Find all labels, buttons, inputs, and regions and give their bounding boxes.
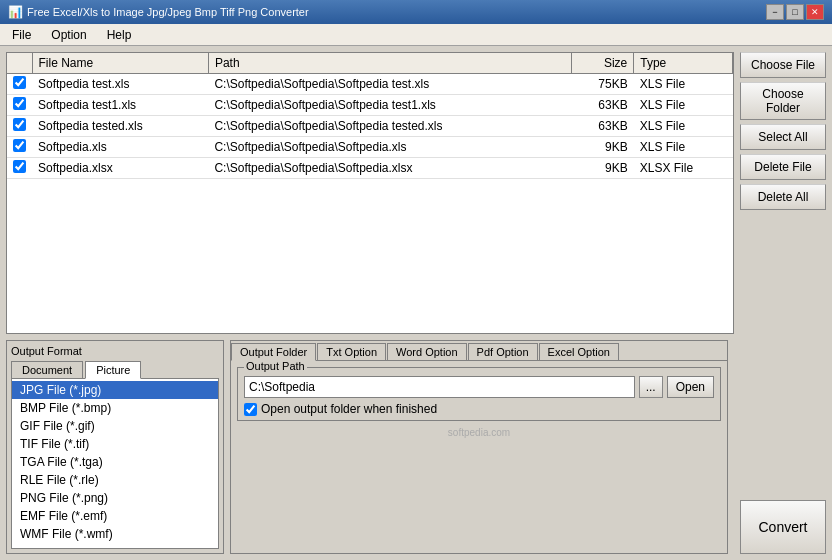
format-item[interactable]: GIF File (*.gif) bbox=[12, 417, 218, 435]
row-checkbox-3[interactable] bbox=[13, 139, 26, 152]
format-item[interactable]: RLE File (*.rle) bbox=[12, 471, 218, 489]
output-format-label: Output Format bbox=[11, 345, 219, 357]
menu-item-help[interactable]: Help bbox=[99, 26, 140, 44]
select-all-button[interactable]: Select All bbox=[740, 124, 826, 150]
delete-all-button[interactable]: Delete All bbox=[740, 184, 826, 210]
cell-path: C:\Softpedia\Softpedia\Softpedia.xlsx bbox=[208, 158, 571, 179]
output-path-group: Output Path ... Open Open output folder … bbox=[237, 367, 721, 421]
options-tab-excel-option[interactable]: Excel Option bbox=[539, 343, 619, 360]
cell-filename: Softpedia.xls bbox=[32, 137, 208, 158]
output-path-input[interactable] bbox=[244, 376, 635, 398]
open-folder-label: Open output folder when finished bbox=[261, 402, 437, 416]
menu-item-option[interactable]: Option bbox=[43, 26, 94, 44]
watermark: softpedia.com bbox=[237, 427, 721, 438]
options-tab-word-option[interactable]: Word Option bbox=[387, 343, 467, 360]
menu-item-file[interactable]: File bbox=[4, 26, 39, 44]
output-path-label: Output Path bbox=[244, 360, 307, 372]
col-filename: File Name bbox=[32, 53, 208, 74]
col-path: Path bbox=[208, 53, 571, 74]
app-icon: 📊 bbox=[8, 5, 23, 19]
options-tab-txt-option[interactable]: Txt Option bbox=[317, 343, 386, 360]
file-table-container: File Name Path Size Type Softpedia test.… bbox=[6, 52, 734, 334]
format-item[interactable]: JPG File (*.jpg) bbox=[12, 381, 218, 399]
options-panel: Output FolderTxt OptionWord OptionPdf Op… bbox=[230, 340, 728, 554]
cell-filename: Softpedia test.xls bbox=[32, 74, 208, 95]
row-checkbox-1[interactable] bbox=[13, 97, 26, 110]
format-tabs: Document Picture bbox=[11, 361, 219, 379]
table-scroll[interactable]: File Name Path Size Type Softpedia test.… bbox=[7, 53, 733, 333]
choose-file-button[interactable]: Choose File bbox=[740, 52, 826, 78]
format-item[interactable]: TIF File (*.tif) bbox=[12, 435, 218, 453]
open-folder-checkbox[interactable] bbox=[244, 403, 257, 416]
right-buttons-panel: Choose File Choose Folder Select All Del… bbox=[740, 52, 826, 334]
table-row: Softpedia test1.xls C:\Softpedia\Softped… bbox=[7, 95, 733, 116]
row-checkbox-2[interactable] bbox=[13, 118, 26, 131]
choose-folder-button[interactable]: Choose Folder bbox=[740, 82, 826, 120]
cell-size: 75KB bbox=[571, 74, 633, 95]
window-controls: − □ ✕ bbox=[766, 4, 824, 20]
col-check bbox=[7, 53, 32, 74]
format-item[interactable]: EMF File (*.emf) bbox=[12, 507, 218, 525]
convert-button[interactable]: Convert bbox=[740, 500, 826, 554]
row-checkbox-0[interactable] bbox=[13, 76, 26, 89]
tab-picture[interactable]: Picture bbox=[85, 361, 141, 379]
cell-type: XLS File bbox=[634, 74, 733, 95]
cell-size: 63KB bbox=[571, 116, 633, 137]
cell-type: XLS File bbox=[634, 116, 733, 137]
cell-path: C:\Softpedia\Softpedia\Softpedia tested.… bbox=[208, 116, 571, 137]
col-size: Size bbox=[571, 53, 633, 74]
maximize-button[interactable]: □ bbox=[786, 4, 804, 20]
cell-filename: Softpedia tested.xls bbox=[32, 116, 208, 137]
table-row: Softpedia tested.xls C:\Softpedia\Softpe… bbox=[7, 116, 733, 137]
table-row: Softpedia.xls C:\Softpedia\Softpedia\Sof… bbox=[7, 137, 733, 158]
cell-size: 9KB bbox=[571, 137, 633, 158]
format-item[interactable]: TGA File (*.tga) bbox=[12, 453, 218, 471]
cell-filename: Softpedia test1.xls bbox=[32, 95, 208, 116]
table-row: Softpedia.xlsx C:\Softpedia\Softpedia\So… bbox=[7, 158, 733, 179]
cell-path: C:\Softpedia\Softpedia\Softpedia test.xl… bbox=[208, 74, 571, 95]
row-checkbox-4[interactable] bbox=[13, 160, 26, 173]
options-tabs-row: Output FolderTxt OptionWord OptionPdf Op… bbox=[231, 341, 727, 361]
menu-bar: FileOptionHelp bbox=[0, 24, 832, 46]
delete-file-button[interactable]: Delete File bbox=[740, 154, 826, 180]
format-item[interactable]: PNG File (*.png) bbox=[12, 489, 218, 507]
format-item[interactable]: WMF File (*.wmf) bbox=[12, 525, 218, 543]
cell-path: C:\Softpedia\Softpedia\Softpedia test1.x… bbox=[208, 95, 571, 116]
cell-path: C:\Softpedia\Softpedia\Softpedia.xls bbox=[208, 137, 571, 158]
format-item[interactable]: BMP File (*.bmp) bbox=[12, 399, 218, 417]
table-row: Softpedia test.xls C:\Softpedia\Softpedi… bbox=[7, 74, 733, 95]
output-format-panel: Output Format Document Picture JPG File … bbox=[6, 340, 224, 554]
window-title: Free Excel/Xls to Image Jpg/Jpeg Bmp Tif… bbox=[27, 6, 309, 18]
browse-button[interactable]: ... bbox=[639, 376, 663, 398]
file-table: File Name Path Size Type Softpedia test.… bbox=[7, 53, 733, 179]
options-content: Output Path ... Open Open output folder … bbox=[231, 361, 727, 553]
open-button[interactable]: Open bbox=[667, 376, 714, 398]
cell-type: XLSX File bbox=[634, 158, 733, 179]
format-list[interactable]: JPG File (*.jpg)BMP File (*.bmp)GIF File… bbox=[11, 379, 219, 549]
tab-document[interactable]: Document bbox=[11, 361, 83, 378]
convert-section: Convert bbox=[740, 340, 826, 554]
options-tab-output-folder[interactable]: Output Folder bbox=[231, 343, 316, 361]
cell-size: 63KB bbox=[571, 95, 633, 116]
minimize-button[interactable]: − bbox=[766, 4, 784, 20]
cell-type: XLS File bbox=[634, 95, 733, 116]
col-type: Type bbox=[634, 53, 733, 74]
title-bar: 📊 Free Excel/Xls to Image Jpg/Jpeg Bmp T… bbox=[0, 0, 832, 24]
cell-size: 9KB bbox=[571, 158, 633, 179]
cell-filename: Softpedia.xlsx bbox=[32, 158, 208, 179]
cell-type: XLS File bbox=[634, 137, 733, 158]
close-button[interactable]: ✕ bbox=[806, 4, 824, 20]
options-tab-pdf-option[interactable]: Pdf Option bbox=[468, 343, 538, 360]
